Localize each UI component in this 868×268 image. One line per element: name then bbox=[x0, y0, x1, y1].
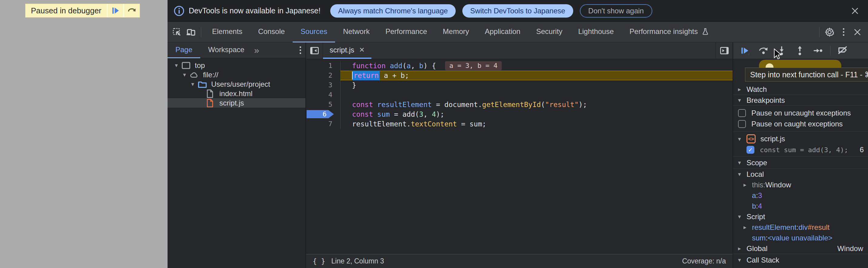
breakpoint-marker[interactable]: 6 bbox=[306, 110, 340, 119]
pause-uncaught-checkbox[interactable] bbox=[738, 109, 746, 117]
section-watch[interactable]: ▸ Watch bbox=[733, 84, 868, 95]
toolbar-divider bbox=[201, 27, 201, 37]
breakpoint-flag[interactable]: 6 bbox=[307, 110, 334, 118]
pause-uncaught-row[interactable]: Pause on uncaught exceptions bbox=[733, 108, 868, 119]
scope-property-value: 4 bbox=[758, 202, 762, 210]
tab-console[interactable]: Console bbox=[250, 22, 293, 42]
tree-item-users-user-project[interactable]: ▾Users/user/project bbox=[167, 80, 305, 89]
pretty-print-icon[interactable]: { } bbox=[313, 258, 326, 265]
tab-sources[interactable]: Sources bbox=[293, 22, 335, 42]
deactivate-breakpoints-button[interactable] bbox=[835, 44, 850, 57]
always-match-language-button[interactable]: Always match Chrome's language bbox=[330, 4, 456, 18]
chevron-down-icon[interactable]: ▾ bbox=[181, 71, 188, 78]
tree-item-index-html[interactable]: index.html bbox=[167, 89, 305, 98]
tab-memory[interactable]: Memory bbox=[435, 22, 477, 42]
step-over-button[interactable] bbox=[755, 44, 771, 57]
line-number[interactable]: 5 bbox=[306, 100, 340, 110]
section-breakpoints[interactable]: ▾ Breakpoints bbox=[733, 95, 868, 106]
scope-section-global[interactable]: ▸GlobalWindow bbox=[733, 243, 868, 254]
editor-tab-scriptjs[interactable]: script.js ✕ bbox=[323, 42, 371, 59]
scope-section-local[interactable]: ▾Local bbox=[733, 169, 868, 179]
code-editor[interactable]: 1function add(a, b) {a = 3, b = 42return… bbox=[306, 59, 733, 254]
editor-tab-close-icon[interactable]: ✕ bbox=[359, 46, 365, 54]
editor-tabstrip: script.js ✕ bbox=[306, 42, 733, 59]
tab-workspace[interactable]: Workspace bbox=[200, 42, 252, 58]
hide-debugger-button[interactable] bbox=[716, 42, 733, 59]
tree-item-label: Users/user/project bbox=[211, 80, 270, 89]
line-number[interactable]: 4 bbox=[306, 90, 340, 100]
debugger-toolbar bbox=[733, 42, 868, 59]
code-line-3[interactable]: 3} bbox=[306, 80, 733, 90]
scope-property-this[interactable]: ▸this: Window bbox=[733, 179, 868, 190]
devtools-tabbar: Elements Console Sources Network Perform… bbox=[167, 22, 868, 42]
more-options-button[interactable] bbox=[836, 25, 850, 39]
tab-elements[interactable]: Elements bbox=[204, 22, 250, 42]
resume-icon bbox=[740, 46, 750, 56]
code-line-4[interactable]: 4 bbox=[306, 90, 733, 100]
line-number[interactable]: 3 bbox=[306, 80, 340, 90]
breakpoint-group-row[interactable]: ▾ <> script.js bbox=[733, 133, 868, 144]
tree-item-file-[interactable]: ▾file:// bbox=[167, 70, 305, 80]
tree-item-top[interactable]: ▾top bbox=[167, 61, 305, 70]
scope-section-script[interactable]: ▾Script bbox=[733, 211, 868, 222]
section-call-stack[interactable]: ▾ Call Stack bbox=[733, 254, 868, 266]
breakpoint-checkbox[interactable]: ✓ bbox=[746, 146, 754, 154]
code-line-2[interactable]: 2return a + b; bbox=[306, 71, 733, 80]
code-token bbox=[386, 61, 390, 71]
code-line-6[interactable]: 6const sum = add(3, 4); bbox=[306, 110, 733, 119]
devtools-close-button[interactable] bbox=[850, 25, 864, 39]
pause-caught-checkbox[interactable] bbox=[738, 120, 746, 128]
code-line-content: const resultElement = document.getElemen… bbox=[340, 100, 733, 110]
step-out-button[interactable] bbox=[792, 44, 808, 57]
device-toolbar-button[interactable] bbox=[184, 25, 198, 39]
tab-network[interactable]: Network bbox=[335, 22, 377, 42]
scope-property-value: <value unavailable> bbox=[768, 234, 833, 242]
dont-show-again-button[interactable]: Don't show again bbox=[580, 4, 652, 18]
tab-application[interactable]: Application bbox=[477, 22, 528, 42]
switch-to-japanese-button[interactable]: Switch DevTools to Japanese bbox=[462, 4, 573, 18]
resume-button[interactable] bbox=[737, 44, 753, 57]
step-over-button-page[interactable] bbox=[123, 4, 140, 17]
tree-item-script-js[interactable]: script.js bbox=[167, 98, 305, 108]
code-token: = sum; bbox=[457, 119, 486, 129]
code-lines: 1function add(a, b) {a = 3, b = 42return… bbox=[306, 61, 733, 129]
inspect-element-button[interactable] bbox=[170, 25, 184, 39]
line-number[interactable]: 2 bbox=[306, 71, 340, 80]
cloud-icon bbox=[190, 70, 199, 80]
section-scope[interactable]: ▾ Scope bbox=[733, 157, 868, 169]
scope-property-b[interactable]: b: 4 bbox=[733, 201, 868, 211]
tab-security[interactable]: Security bbox=[528, 22, 570, 42]
tab-performance-insights[interactable]: Performance insights bbox=[622, 22, 717, 42]
tab-lighthouse[interactable]: Lighthouse bbox=[570, 22, 621, 42]
inline-eval-hint: a = 3, b = 4 bbox=[445, 61, 502, 70]
code-line-1[interactable]: 1function add(a, b) {a = 3, b = 4 bbox=[306, 61, 733, 71]
step-out-icon bbox=[795, 46, 805, 56]
chevron-down-icon[interactable]: ▾ bbox=[173, 62, 180, 69]
hide-navigator-button[interactable] bbox=[306, 42, 323, 59]
chevron-down-icon[interactable]: ▾ bbox=[189, 81, 197, 88]
step-button[interactable] bbox=[810, 44, 826, 57]
frame-icon bbox=[182, 61, 191, 70]
code-token: getElementById bbox=[482, 100, 541, 110]
line-number[interactable]: 1 bbox=[306, 61, 340, 71]
settings-button[interactable] bbox=[823, 25, 836, 39]
tab-page[interactable]: Page bbox=[167, 42, 200, 58]
code-token: = add( bbox=[390, 110, 419, 119]
sidebar-overflow-chevron[interactable]: » bbox=[252, 45, 261, 56]
infobar-close-button[interactable] bbox=[848, 4, 862, 18]
code-line-5[interactable]: 5const resultElement = document.getEleme… bbox=[306, 100, 733, 110]
sidebar-more-button[interactable] bbox=[300, 47, 301, 54]
code-token: a bbox=[407, 61, 411, 71]
editor-tab-label: script.js bbox=[330, 46, 354, 54]
breakpoint-entry-row[interactable]: ✓ const sum = add(3, 4); 6 bbox=[733, 144, 868, 155]
scope-property-a[interactable]: a: 3 bbox=[733, 190, 868, 201]
code-line-7[interactable]: 7resultElement.textContent = sum; bbox=[306, 119, 733, 129]
scope-property-sum[interactable]: sum: <value unavailable> bbox=[733, 233, 868, 243]
panel-right-toggle-icon bbox=[719, 46, 729, 56]
scope-property-resultelement[interactable]: ▸resultElement: div#result bbox=[733, 222, 868, 233]
scope-property-value: Window bbox=[765, 181, 791, 189]
pause-caught-row[interactable]: Pause on caught exceptions bbox=[733, 119, 868, 129]
resume-script-button[interactable] bbox=[107, 4, 123, 17]
line-number[interactable]: 7 bbox=[306, 119, 340, 129]
tab-performance[interactable]: Performance bbox=[377, 22, 435, 42]
